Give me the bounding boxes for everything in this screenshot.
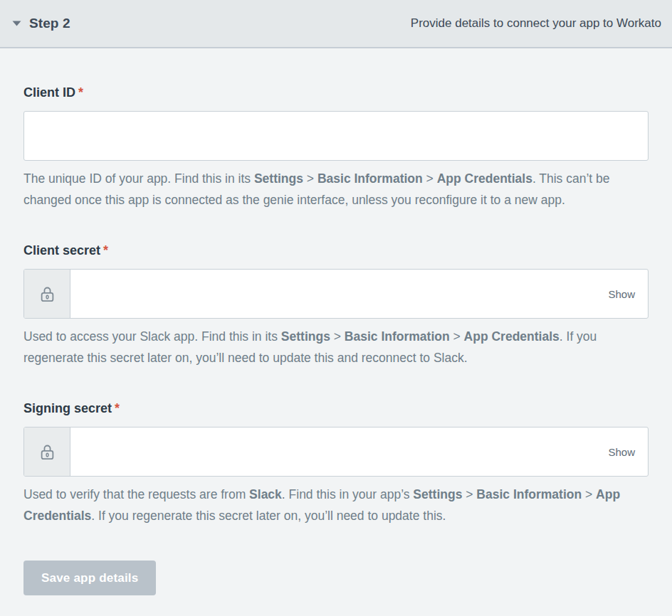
signing-secret-show-button[interactable]: Show [601,428,648,476]
step-form: Client ID* The unique ID of your app. Fi… [0,48,672,616]
signing-secret-label: Signing secret* [23,401,649,416]
signing-secret-label-text: Signing secret [23,401,112,415]
client-id-label: Client ID* [23,85,649,100]
required-asterisk: * [103,243,108,257]
lock-icon [24,428,70,476]
required-asterisk: * [78,85,83,100]
save-app-details-button[interactable]: Save app details [23,561,156,595]
client-secret-field: Client secret* Show Used to access your … [23,243,649,368]
client-id-input[interactable] [23,111,649,161]
client-id-help: The unique ID of your app. Find this in … [23,168,649,211]
client-id-field: Client ID* The unique ID of your app. Fi… [23,85,649,211]
signing-secret-input-group: Show [23,427,649,477]
client-secret-label-text: Client secret [23,243,100,257]
chevron-down-icon[interactable] [11,18,22,29]
client-secret-label: Client secret* [23,243,649,258]
client-secret-input[interactable] [70,270,601,318]
step-subtitle: Provide details to connect your app to W… [411,16,661,31]
required-asterisk: * [115,401,120,415]
client-secret-input-group: Show [23,269,649,319]
signing-secret-input[interactable] [70,428,601,476]
signing-secret-help: Used to verify that the requests are fro… [23,484,649,526]
step-header-left: Step 2 [11,16,70,31]
client-secret-show-button[interactable]: Show [601,270,648,318]
lock-icon [24,270,70,318]
step-header[interactable]: Step 2 Provide details to connect your a… [0,0,672,48]
signing-secret-field: Signing secret* Show Used to verify that… [23,401,649,526]
step-title: Step 2 [29,16,70,31]
client-secret-help: Used to access your Slack app. Find this… [23,326,649,368]
client-id-label-text: Client ID [23,85,75,100]
